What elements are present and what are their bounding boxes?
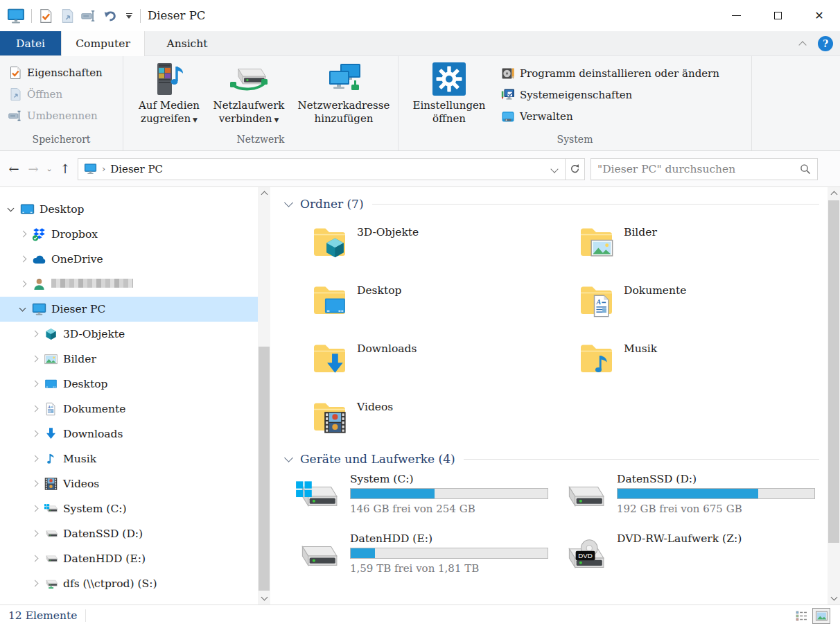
netzwerkadresse-hinzufuegen-button[interactable]: Netzwerkadresse hinzufügen [291,56,396,125]
folder-tile-3d-objekte[interactable]: 3D-Objekte [283,219,550,277]
drive-icon [44,552,58,566]
tab-ansicht[interactable]: Ansicht [145,31,229,55]
folder-tile-videos[interactable]: Videos [283,394,550,452]
umbenennen-button[interactable]: Umbenennen [6,105,119,126]
expand-chevron-icon[interactable] [29,528,41,540]
refresh-icon [570,164,580,174]
drive-tile-dvd-rw-laufwerk-z[interactable]: DVDDVD-RW-Laufwerk (Z:) [550,531,816,591]
expand-chevron-icon[interactable] [29,403,41,415]
tree-item-datenhdd-e[interactable]: DatenHDD (E:) [0,546,258,571]
maximize-button[interactable] [757,0,798,31]
breadcrumb[interactable]: Dieser PC [110,163,163,175]
details-view-icon [796,611,807,621]
expand-chevron-icon[interactable] [29,553,41,565]
button-label: Auf Medien zugreifen [139,99,200,125]
tree-item-dokumente[interactable]: ADokumente [0,397,258,421]
tab-computer[interactable]: Computer [61,31,145,56]
folder-tile-bilder[interactable]: Bilder [550,219,816,277]
folder-tile-downloads[interactable]: Downloads [283,336,550,394]
drive-tile-datenhdd-e[interactable]: DatenHDD (E:)1,59 TB frei von 1,81 TB [283,531,550,591]
properties-icon [8,66,22,80]
systemeigenschaften-button[interactable]: Systemeigenschaften [498,84,745,105]
refresh-button[interactable] [566,158,585,180]
customize-quick-access-dropdown[interactable] [124,13,134,19]
tree-item-dieser-pc[interactable]: Dieser PC [0,297,258,322]
expand-chevron-icon[interactable] [29,503,41,515]
undo-button[interactable] [103,8,118,24]
manage-icon [501,110,515,123]
new-folder-button[interactable] [60,8,75,24]
expand-chevron-icon[interactable] [29,478,41,490]
properties-button[interactable] [38,8,53,24]
separator [31,9,32,23]
tree-item-onedrive[interactable]: OneDrive [0,247,258,272]
tree-item-3d-objekte[interactable]: 3D-Objekte [0,322,258,347]
scroll-down-icon[interactable] [258,592,270,605]
expand-chevron-icon[interactable] [29,329,41,340]
user-icon [32,277,46,291]
drive-tile-datenssd-d[interactable]: DatenSSD (D:)192 GB frei von 675 GB [550,471,816,531]
tree-item-datenssd-d[interactable]: DatenSSD (D:) [0,521,258,546]
expand-chevron-icon[interactable] [29,428,41,440]
ribbon-group-label: System [399,132,751,150]
folder-tile-desktop[interactable]: Desktop [283,277,550,336]
rename-button[interactable] [81,8,96,24]
auf-medien-zugreifen-button[interactable]: Auf Medien zugreifen▼ [132,56,207,125]
drive-label: DVD-RW-Laufwerk (Z:) [617,532,742,545]
dropdown-arrow-icon: ▼ [274,116,279,123]
collapse-ribbon-icon[interactable] [797,38,808,49]
tree-item-dfs-ctprod-s[interactable]: dfs (\\ctprod) (S:) [0,571,258,596]
netzlaufwerk-verbinden-button[interactable]: Netzlaufwerk verbinden▼ [207,56,291,125]
up-button[interactable]: ↑ [55,162,75,176]
back-button[interactable]: ← [4,162,24,176]
main-scrollbar[interactable] [828,187,840,605]
expand-chevron-icon[interactable] [17,229,29,241]
oeffnen-button[interactable]: Öffnen [6,83,119,105]
scroll-up-icon[interactable] [258,187,270,200]
recent-locations-chevron-icon[interactable]: ⌄ [43,164,55,173]
expand-chevron-icon[interactable] [17,279,29,290]
collapse-section-icon[interactable] [283,198,295,210]
einstellungen-oeffnen-button[interactable]: Einstellungen öffnen [405,56,493,125]
folder-tile-musik[interactable]: Musik [550,336,816,394]
verwalten-button[interactable]: Verwalten [498,105,745,127]
tree-item-bilder[interactable]: Bilder [0,347,258,372]
tree-item-musik[interactable]: Musik [0,446,258,471]
section-title: Ordner (7) [300,197,364,211]
expand-chevron-icon[interactable] [17,254,29,266]
forward-button[interactable]: → [24,162,43,176]
scroll-up-icon[interactable] [828,187,840,200]
thumbnail-view-button[interactable] [812,608,830,624]
tree-item-label: DatenSSD (D:) [63,528,143,540]
tree-item-desktop[interactable]: Desktop [0,372,258,397]
tree-item-user[interactable] [0,272,258,297]
scroll-down-icon[interactable] [828,592,840,605]
scrollbar-thumb[interactable] [828,200,839,543]
collapse-chevron-icon[interactable] [6,204,17,216]
scrollbar-thumb[interactable] [259,347,270,591]
address-dropdown-icon[interactable] [550,164,559,174]
expand-chevron-icon[interactable] [29,453,41,465]
folder-tile-dokumente[interactable]: ADokumente [550,277,816,336]
collapse-section-icon[interactable] [283,453,295,465]
close-button[interactable]: ✕ [798,0,840,31]
tree-item-dropbox[interactable]: Dropbox [0,222,258,247]
expand-chevron-icon[interactable] [29,578,41,590]
minimize-button[interactable] [715,0,757,31]
expand-chevron-icon[interactable] [29,379,41,390]
help-icon[interactable]: ? [818,36,833,51]
tab-datei[interactable]: Datei [0,31,61,55]
tree-item-videos[interactable]: Videos [0,471,258,496]
tree-item-desktop[interactable]: Desktop [0,197,258,222]
tree-item-system-c[interactable]: System (C:) [0,496,258,521]
details-view-button[interactable] [792,608,810,624]
programm-deinstallieren-button[interactable]: Programm deinstallieren oder ändern [498,62,745,84]
drive-tile-system-c[interactable]: System (C:)146 GB frei von 254 GB [283,471,550,531]
expand-chevron-icon[interactable] [29,354,41,365]
address-bar[interactable]: › Dieser PC [78,158,566,180]
search-input[interactable]: "Dieser PC" durchsuchen [590,158,818,180]
tree-scrollbar[interactable] [258,187,270,605]
eigenschaften-button[interactable]: Eigenschaften [6,62,119,83]
tree-item-downloads[interactable]: Downloads [0,421,258,446]
collapse-chevron-icon[interactable] [17,304,29,315]
